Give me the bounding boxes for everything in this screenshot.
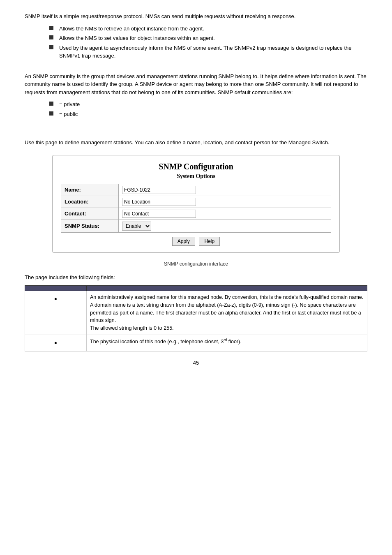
help-button[interactable]: Help — [199, 237, 220, 246]
intro-para1: SNMP itself is a simple request/response… — [25, 12, 367, 21]
fields-row2-bullet: • — [25, 335, 87, 351]
snmp-status-value-cell: Enable Disable — [119, 220, 331, 232]
snmp-config-table: Name: Location: Contact: SNMP Status: — [61, 184, 331, 233]
fields-table-header-row — [25, 286, 367, 291]
name-value-cell — [119, 184, 331, 196]
snmp-btn-row: Apply Help — [61, 237, 331, 246]
table-row-snmp-status: SNMP Status: Enable Disable — [61, 220, 331, 232]
fields-row1-description: An administratively assigned name for th… — [87, 291, 367, 335]
snmp-status-select[interactable]: Enable Disable — [122, 222, 151, 231]
bullet-item-4: = private — [49, 100, 367, 109]
bullets-list-1: Allows the NMS to retrieve an object ins… — [49, 25, 367, 60]
fields-row-1: • An administratively assigned name for … — [25, 291, 367, 335]
bullets-list-2: = private = public — [49, 100, 367, 118]
table-row-contact: Contact: — [61, 208, 331, 220]
bullet-item-5: = public — [49, 110, 367, 118]
contact-label: Contact: — [61, 208, 119, 220]
name-input[interactable] — [122, 186, 196, 194]
fields-row1-bullet: • — [25, 291, 87, 335]
fields-col1-header — [25, 286, 87, 291]
table-row-location: Location: — [61, 196, 331, 208]
location-value-cell — [119, 196, 331, 208]
snmp-config-title: SNMP Configuration — [61, 162, 331, 171]
fields-table: • An administratively assigned name for … — [25, 285, 367, 352]
fields-row2-description: The physical location of this node (e.g.… — [87, 335, 367, 351]
bullet-icon-5 — [49, 111, 53, 116]
bullet-item-2: Allows the NMS to set values for object … — [49, 34, 367, 42]
bullet-item-1: Allows the NMS to retrieve an object ins… — [49, 25, 367, 33]
snmp-config-box: SNMP Configuration System Options Name: … — [52, 155, 340, 253]
contact-input[interactable] — [122, 210, 196, 218]
location-label: Location: — [61, 196, 119, 208]
apply-button[interactable]: Apply — [172, 237, 195, 246]
page-number: 45 — [25, 360, 367, 366]
bullet-icon-4 — [49, 102, 53, 106]
snmp-config-subtitle: System Options — [61, 173, 331, 180]
name-label: Name: — [61, 184, 119, 196]
snmp-status-label: SNMP Status: — [61, 220, 119, 232]
intro-para3: Use this page to define management stati… — [25, 139, 367, 147]
fields-col2-header — [87, 286, 367, 291]
intro-para2: An SNMP community is the group that devi… — [25, 72, 367, 97]
bullet-icon-1 — [49, 26, 53, 30]
bullet-icon-2 — [49, 35, 53, 39]
contact-value-cell — [119, 208, 331, 220]
location-input[interactable] — [122, 198, 196, 206]
fields-intro: The page includes the following fields: — [25, 273, 367, 282]
snmp-caption: SNMP configuration interface — [25, 261, 367, 267]
fields-row-2: • The physical location of this node (e.… — [25, 335, 367, 351]
bullet-item-3: Used by the agent to asynchronously info… — [49, 44, 367, 60]
bullet-icon-3 — [49, 45, 53, 49]
table-row-name: Name: — [61, 184, 331, 196]
